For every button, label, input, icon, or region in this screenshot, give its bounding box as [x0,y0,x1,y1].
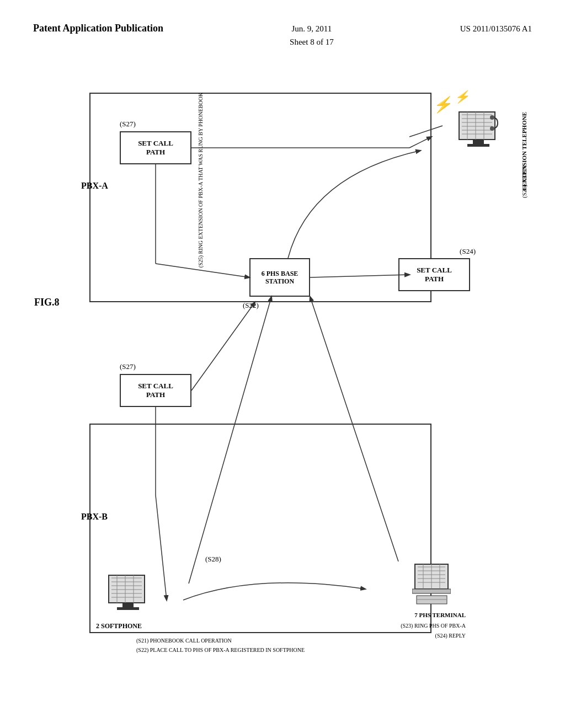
svg-point-13 [490,126,494,131]
s22-bracket-label: (S22) [243,301,259,310]
s27-bot-label: (S27) [120,362,136,371]
svg-rect-35 [412,589,451,593]
phs-terminal-device [412,561,451,611]
s26-label: (S26) REPLY [520,164,528,198]
extension-telephone-device [456,109,500,153]
date-text: Jun. 9, 2011 [291,24,332,33]
phs-base-station-box: 6 PHS BASESTATION [249,258,310,297]
diagram-area: FIG.8 PBX-A PBX-B (S27) SET CALLPATH (S2… [34,65,531,699]
set-call-path-top-box: SET CALLPATH [120,131,191,164]
svg-rect-24 [122,603,134,607]
svg-rect-10 [473,140,484,144]
softphone-device [106,572,150,622]
svg-rect-0 [459,112,495,140]
lightning-icon-1: ⚡ [433,95,455,114]
svg-rect-11 [467,144,489,147]
set-call-path-mid-box: SET CALLPATH [120,374,191,407]
s22-label: (S22) PLACE CALL TO PHS OF PBX-A REGISTE… [136,645,305,655]
s23-label: (S23) RING PHS OF PBX-A [401,622,466,630]
set-call-path-right-text: SET CALLPATH [417,266,452,283]
svg-rect-25 [117,607,139,610]
s25-label: (S25) RING EXTENSION OF PBX-A THAT WAS R… [197,93,230,267]
lightning-icon-2: ⚡ [454,90,472,104]
set-call-path-top-text: SET CALLPATH [138,139,173,156]
bottom-step-labels: (S21) PHONEBOOK CALL OPERATION (S22) PLA… [136,636,305,655]
figure-label: FIG.8 [34,297,60,308]
set-call-path-right-box: SET CALLPATH [398,258,470,291]
publication-date: Jun. 9, 2011 Sheet 8 of 17 [290,22,334,49]
s21-label: (S21) PHONEBOOK CALL OPERATION [136,636,305,645]
phs-terminal-label: 7 PHS TERMINAL [414,611,466,619]
sheet-text: Sheet 8 of 17 [290,38,334,46]
publication-number: US 2011/0135076 A1 [460,22,532,35]
pbx-a-label: PBX-A [81,181,108,191]
s27-top-label: (S27) [120,120,136,129]
svg-rect-14 [109,575,145,603]
page-header: Patent Application Publication Jun. 9, 2… [33,22,532,49]
publication-title: Patent Application Publication [33,22,163,35]
softphone-label: 2 SOFTPHONE [96,622,142,630]
phs-base-text: 6 PHS BASESTATION [262,270,299,286]
s24-label-bot: (S24) REPLY [435,632,466,640]
pbx-b-label: PBX-B [81,512,108,522]
s24-bracket-label: (S24) [460,247,476,256]
svg-point-12 [490,115,494,120]
set-call-path-mid-text: SET CALLPATH [138,382,173,399]
s28-label: (S28) [205,555,221,564]
